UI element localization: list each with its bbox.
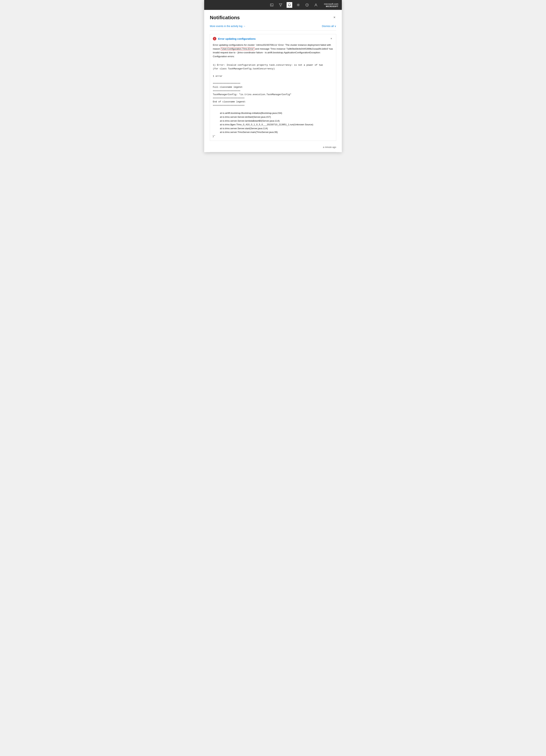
svg-point-3 [298,4,299,5]
user-org: MICROSOFT [324,5,338,7]
header-divider [210,30,336,31]
notification-title-row: ! Error updating configurations [213,37,256,40]
dismiss-all-label: Dismiss all [322,25,334,28]
stack-line-6: at io.trino.server.TrinoServer.main(Trin… [213,130,333,134]
filter-icon[interactable] [278,2,283,8]
closing-bracket: ].'' [213,134,333,138]
error-icon-symbol: ! [214,38,215,40]
dismiss-all-button[interactable]: Dismiss all ∨ [322,25,336,28]
stack-line-1: at io.airlift.bootstrap.Bootstrap.initia… [220,111,333,115]
highlighted-error-code: 'User.Configuration.Trino.Error' [221,47,254,50]
svg-text:?: ? [307,4,308,6]
terminal-icon[interactable] [269,2,275,8]
stack-trace-block: at io.airlift.bootstrap.Bootstrap.initia… [213,111,333,126]
user-domain: microsoft.com [324,3,338,5]
notification-card: ! Error updating configurations × Error … [210,34,336,141]
stack-line-5: at io.trino.server.Server.start(Server.j… [213,127,333,130]
svg-point-6 [315,4,317,5]
error-status-icon: ! [213,37,216,40]
activity-log-link[interactable]: More events in the activity log → [210,25,245,28]
notification-intro-text: Error updating configurations for cluste… [213,43,333,58]
notification-card-header: ! Error updating configurations × [210,34,336,42]
notifications-panel: Notifications × More events in the activ… [204,10,342,152]
svg-rect-0 [270,4,273,6]
bell-icon[interactable] [287,2,292,8]
settings-icon[interactable] [295,2,301,8]
stack-line-2: at io.trino.server.Server.doStart(Server… [220,115,333,119]
panel-close-button[interactable]: × [333,15,336,20]
toolbar-icons: ? microsoft.com MICROSOFT [269,2,338,8]
notification-body: Error updating configurations for cluste… [210,42,336,141]
stack-line-4: at io.trino.$gen.Trino_0_410_0_1_0_5_0__… [220,123,333,127]
help-icon[interactable]: ? [304,2,310,8]
error-detail-block: 1) Error: Invalid configuration property… [213,60,333,107]
user-icon[interactable] [313,2,319,8]
app-container: ? microsoft.com MICROSOFT Notifications … [204,0,342,152]
notification-close-button[interactable]: × [329,37,333,41]
notification-timestamp: a minute ago [204,144,342,152]
dismiss-chevron-icon: ∨ [334,25,336,28]
toolbar: ? microsoft.com MICROSOFT [204,0,342,10]
notification-title: Error updating configurations [218,37,256,40]
svg-marker-2 [279,4,282,6]
panel-title: Notifications [210,15,240,20]
toolbar-user-info: microsoft.com MICROSOFT [324,3,338,7]
activity-row: More events in the activity log → Dismis… [204,23,342,30]
panel-header: Notifications × [204,10,342,23]
stack-line-3: at io.trino.server.Server.lambda$start$0… [220,119,333,123]
